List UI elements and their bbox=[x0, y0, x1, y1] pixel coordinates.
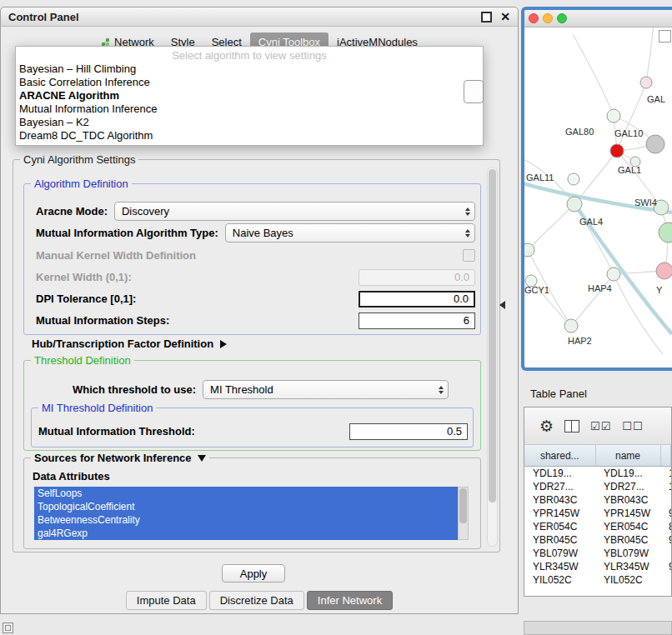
table-row[interactable]: YDL19...YDL19...13 bbox=[524, 467, 671, 481]
network-node[interactable] bbox=[567, 197, 582, 212]
panel-collapse-arrow[interactable] bbox=[499, 301, 505, 309]
algorithm-option[interactable]: Basic Correlation Inference bbox=[16, 76, 483, 89]
network-node[interactable] bbox=[607, 109, 620, 122]
network-node[interactable] bbox=[659, 222, 672, 242]
network-node[interactable] bbox=[568, 173, 579, 185]
table-toolbar: ⚙ ☑☑ ☐☐ bbox=[524, 408, 671, 445]
table-cell: YBR045C bbox=[595, 533, 660, 547]
mi-steps-label: Mutual Information Steps: bbox=[36, 314, 169, 327]
aracne-mode-select[interactable]: Discovery bbox=[114, 202, 475, 221]
table-cell: YDL19... bbox=[524, 467, 595, 481]
table-row[interactable]: YPR145WYPR145W9. bbox=[524, 507, 671, 520]
gear-icon[interactable]: ⚙ bbox=[539, 418, 554, 434]
network-node[interactable] bbox=[646, 135, 664, 153]
mi-steps-field[interactable]: 6 bbox=[359, 312, 475, 329]
table-cell: YBR045C bbox=[524, 533, 595, 547]
column-header[interactable]: shared... bbox=[524, 445, 595, 467]
mi-type-row: Mutual Information Algorithm Type: Naive… bbox=[24, 224, 480, 242]
table-row[interactable]: YBR043CYBR043C bbox=[524, 493, 671, 507]
which-threshold-select[interactable]: MI Threshold bbox=[203, 380, 449, 399]
algorithm-option[interactable]: Bayesian – K2 bbox=[16, 116, 483, 129]
table-row[interactable]: YER054CYER054C8. bbox=[524, 520, 671, 533]
mi-type-label: Mutual Information Algorithm Type: bbox=[36, 227, 218, 239]
network-view-window: GALGAL80GAL10GAL11GAL1SWI4GAL4GCY1HAP4YH… bbox=[521, 7, 672, 371]
mi-threshold-label: Mutual Information Threshold: bbox=[38, 425, 195, 438]
table-cell: YBL079W bbox=[595, 547, 660, 560]
table-row[interactable]: YBR045CYBR045C9. bbox=[524, 533, 671, 547]
table-cell: 9. bbox=[660, 533, 671, 547]
bottom-tab-infer-network[interactable]: Infer Network bbox=[307, 591, 393, 610]
aracne-mode-row: Aracne Mode: Discovery bbox=[24, 202, 480, 220]
table-row[interactable]: YIL052CYIL052C bbox=[524, 573, 671, 587]
hub-definition-section[interactable]: Hub/Transcription Factor Definition bbox=[32, 338, 227, 350]
network-window-titlebar[interactable] bbox=[524, 10, 672, 28]
kernel-width-row: Kernel Width (0,1): 0.0 bbox=[24, 268, 480, 286]
table-panel-window: ⚙ ☑☑ ☐☐ shared...name YDL19...YDL19...13… bbox=[524, 407, 672, 597]
mi-threshold-field[interactable]: 0.5 bbox=[349, 423, 468, 440]
network-node[interactable] bbox=[564, 319, 578, 332]
unchecked-checkboxes-icon[interactable]: ☐☐ bbox=[622, 420, 643, 432]
mi-type-select[interactable]: Naive Bayes bbox=[225, 223, 475, 242]
minimize-traffic-light-icon[interactable] bbox=[543, 13, 553, 23]
table-cell: YLR345W bbox=[595, 560, 660, 573]
node-table: shared...name YDL19...YDL19...13YDR27...… bbox=[524, 445, 671, 587]
manual-kernel-checkbox[interactable] bbox=[463, 249, 475, 262]
scrollbar-thumb[interactable] bbox=[459, 488, 467, 523]
table-cell: 8. bbox=[660, 520, 671, 533]
which-threshold-row: Which threshold to use: MI Threshold bbox=[24, 381, 480, 398]
bottom-tab-discretize-data[interactable]: Discretize Data bbox=[209, 591, 304, 610]
attribute-item[interactable]: TopologicalCoefficient bbox=[34, 500, 458, 513]
algorithm-definition-title: Algorithm Definition bbox=[31, 178, 132, 190]
settings-scrollbar[interactable] bbox=[487, 167, 498, 547]
column-header[interactable]: name bbox=[595, 445, 660, 467]
dpi-tolerance-field[interactable]: 0.0 bbox=[359, 291, 475, 308]
table-cell: YDL19... bbox=[595, 467, 660, 481]
aracne-mode-label: Aracne Mode: bbox=[36, 205, 108, 218]
settings-group-title: Cyni Algorithm Settings bbox=[20, 153, 138, 166]
sources-group-title[interactable]: Sources for Network Inference bbox=[31, 452, 209, 464]
network-canvas[interactable]: GALGAL80GAL10GAL11GAL1SWI4GAL4GCY1HAP4YH… bbox=[524, 28, 672, 368]
attributes-scrollbar[interactable] bbox=[458, 487, 469, 540]
attribute-item[interactable]: gal4RGexp bbox=[34, 527, 458, 540]
table-row[interactable]: YLR345WYLR345W9. bbox=[524, 560, 671, 573]
algorithm-option[interactable]: Mutual Information Inference bbox=[16, 102, 483, 116]
attribute-item[interactable]: SelfLoops bbox=[34, 487, 458, 500]
close-traffic-light-icon[interactable] bbox=[529, 13, 539, 23]
table-cell: YER054C bbox=[524, 520, 595, 533]
network-node[interactable] bbox=[524, 243, 534, 257]
network-node[interactable] bbox=[640, 77, 652, 88]
columns-icon[interactable] bbox=[564, 420, 579, 432]
network-node[interactable] bbox=[607, 268, 620, 281]
table-cell: YDR27... bbox=[524, 480, 595, 493]
node-label: GAL11 bbox=[526, 172, 554, 182]
checked-checkboxes-icon[interactable]: ☑☑ bbox=[590, 420, 611, 432]
algorithm-option[interactable]: Bayesian – Hill Climbing bbox=[16, 62, 483, 76]
tab-label: Impute Data bbox=[137, 594, 196, 607]
table-cell: YPR145W bbox=[595, 507, 660, 520]
table-horizontal-scrollbar[interactable] bbox=[524, 621, 672, 635]
table-cell: YER054C bbox=[595, 520, 660, 533]
table-cell bbox=[660, 573, 671, 587]
sources-group: Sources for Network Inference Data Attri… bbox=[23, 458, 481, 549]
attribute-item[interactable]: BetweennessCentrality bbox=[34, 513, 458, 527]
network-node[interactable] bbox=[656, 262, 672, 279]
apply-button[interactable]: Apply bbox=[222, 564, 285, 582]
data-attributes-list[interactable]: SelfLoopsTopologicalCoefficientBetweenne… bbox=[34, 487, 458, 540]
node-label: GAL10 bbox=[614, 128, 643, 138]
algorithm-option[interactable]: ARACNE Algorithm bbox=[16, 89, 483, 102]
control-panel-titlebar[interactable]: Control Panel ✕ bbox=[1, 8, 518, 27]
node-label: GAL4 bbox=[579, 217, 603, 227]
algorithm-option[interactable]: Dream8 DC_TDC Algorithm bbox=[16, 129, 483, 142]
bottom-tab-impute-data[interactable]: Impute Data bbox=[126, 591, 207, 610]
dock-panel-icon[interactable] bbox=[3, 622, 13, 633]
close-icon[interactable]: ✕ bbox=[500, 11, 510, 22]
zoom-traffic-light-icon[interactable] bbox=[557, 13, 567, 23]
table-row[interactable]: YBL079WYBL079W bbox=[524, 547, 671, 560]
network-node[interactable] bbox=[610, 144, 624, 158]
table-row[interactable]: YDR27...YDR27...12 bbox=[524, 480, 671, 493]
threshold-definition-title: Threshold Definition bbox=[31, 354, 134, 367]
table-header-row: shared...name bbox=[524, 445, 671, 467]
float-window-icon[interactable] bbox=[481, 12, 492, 22]
column-header[interactable] bbox=[660, 445, 671, 467]
scrollbar-thumb[interactable] bbox=[489, 169, 496, 502]
